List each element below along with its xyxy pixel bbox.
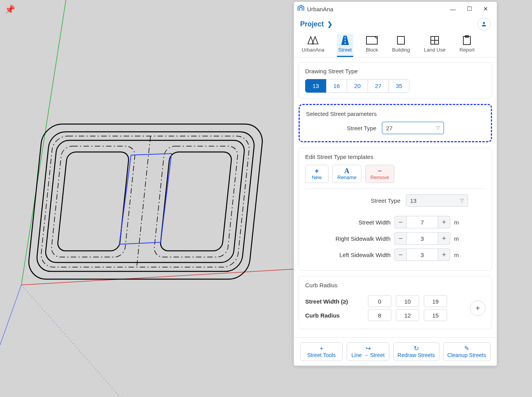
window-close-button[interactable]: ✕ [477, 2, 494, 16]
selected-street-type-select[interactable]: 27 ▽ [382, 122, 444, 134]
tab-block[interactable]: Block [364, 34, 380, 57]
card-title: Edit Street Type templates [305, 154, 485, 160]
svg-line-3 [21, 285, 120, 397]
street-width-stepper: − 7 + [394, 216, 450, 228]
tab-report[interactable]: Report [458, 34, 476, 57]
svg-rect-8 [160, 152, 232, 251]
svg-point-13 [483, 22, 485, 24]
edit-street-type-select[interactable]: 13 ▽ [406, 194, 468, 207]
report-icon [461, 35, 473, 45]
panel-footer: +Street Tools ↪Line → Street ↻Redraw Str… [294, 337, 497, 366]
tab-label: UrbanAna [302, 47, 325, 53]
block-icon [366, 35, 378, 45]
chevron-down-icon: ▽ [460, 198, 464, 203]
unit-label: m [454, 252, 459, 258]
param-label: Right Sidewalk Width [305, 235, 390, 242]
urbanana-icon [307, 35, 319, 45]
remove-template-button[interactable]: −Remove [365, 165, 394, 183]
svg-rect-31 [463, 36, 470, 45]
select-value: 27 [386, 125, 393, 131]
svg-rect-14 [345, 37, 345, 38]
tab-label: Street [339, 47, 352, 53]
chevron-down-icon: ▽ [436, 125, 440, 131]
unit-label: m [454, 235, 459, 242]
select-value: 13 [410, 197, 417, 204]
svg-rect-16 [345, 42, 345, 44]
breadcrumb-label: Project [300, 20, 324, 28]
street-type-option[interactable]: 16 [326, 79, 347, 93]
edit-street-type-card: Edit Street Type templates +New ARename … [299, 148, 492, 271]
street-type-option[interactable]: 13 [305, 79, 326, 93]
svg-rect-10 [50, 146, 136, 257]
param-label: Street Width [305, 219, 390, 226]
cleanup-streets-button[interactable]: ✎Cleanup Streets [443, 342, 491, 361]
street-tools-button[interactable]: +Street Tools [300, 342, 343, 361]
street-type-label: Street Type [347, 125, 376, 131]
stepper-value[interactable]: 3 [407, 249, 438, 261]
svg-rect-15 [345, 40, 345, 41]
tab-urbanana[interactable]: UrbanAna [300, 34, 326, 57]
redraw-streets-button[interactable]: ↻Redraw Streets [393, 342, 439, 361]
tab-landuse[interactable]: Land Use [422, 34, 447, 57]
street-icon [339, 35, 351, 45]
curb-radius-card: Curb Radius Street Width (≥) 0 10 19 Cur… [299, 276, 492, 329]
breadcrumb[interactable]: Project ❯ [300, 20, 332, 28]
street-type-option[interactable]: 35 [389, 79, 410, 93]
new-template-button[interactable]: +New [305, 165, 328, 183]
unit-label: m [454, 219, 459, 226]
svg-rect-18 [397, 36, 404, 44]
card-title: Curb Radius [305, 282, 485, 288]
tab-street[interactable]: Street [337, 34, 354, 57]
curb-width-cell[interactable]: 19 [424, 295, 447, 307]
nav-tabs: UrbanAna Street Block Building Land Use … [294, 34, 497, 57]
line-to-street-button[interactable]: ↪Line → Street [347, 342, 389, 361]
curb-radius-label: Curb Radius [305, 312, 363, 319]
increment-button[interactable]: + [438, 232, 450, 245]
tab-label: Building [392, 47, 410, 53]
street-width-threshold-label: Street Width (≥) [305, 298, 363, 305]
stepper-value[interactable]: 7 [407, 216, 438, 228]
tab-building[interactable]: Building [390, 34, 411, 57]
curb-radius-cell[interactable]: 8 [368, 309, 391, 321]
chevron-right-icon: ❯ [327, 21, 332, 28]
increment-button[interactable]: + [438, 249, 450, 261]
svg-line-2 [0, 285, 21, 345]
street-type-option[interactable]: 20 [347, 79, 368, 93]
rename-template-button[interactable]: ARename [332, 165, 361, 183]
curb-radius-cell[interactable]: 12 [396, 309, 419, 321]
svg-line-12 [137, 136, 150, 267]
stepper-value[interactable]: 3 [407, 232, 438, 245]
decrement-button[interactable]: − [394, 249, 407, 261]
edit-street-type-label: Street Type [323, 197, 401, 204]
app-title: UrbanAna [307, 6, 445, 12]
add-curb-column-button[interactable]: + [470, 300, 485, 316]
street-type-option[interactable]: 27 [368, 79, 389, 93]
curb-width-cell[interactable]: 0 [368, 295, 391, 307]
increment-button[interactable]: + [438, 216, 450, 228]
svg-rect-7 [57, 152, 130, 251]
drawing-street-type-card: Drawing Street Type 13 16 20 27 35 [299, 62, 492, 98]
card-title: Selected Street parameters [306, 110, 485, 117]
curb-width-cell[interactable]: 10 [396, 295, 419, 307]
selected-street-parameters-card: Selected Street parameters Street Type 2… [299, 104, 492, 142]
right-sidewalk-stepper: − 3 + [394, 232, 450, 245]
titlebar: UrbanAna ― ☐ ✕ [294, 2, 497, 16]
card-title: Drawing Street Type [305, 68, 485, 74]
decrement-button[interactable]: − [394, 232, 407, 245]
decrement-button[interactable]: − [394, 216, 407, 228]
svg-rect-11 [153, 146, 238, 257]
curb-radius-cell[interactable]: 15 [424, 309, 447, 321]
svg-rect-6 [45, 140, 245, 262]
user-account-button[interactable] [477, 17, 491, 31]
svg-line-0 [21, 0, 66, 285]
tab-label: Land Use [424, 47, 446, 53]
window-maximize-button[interactable]: ☐ [461, 2, 477, 16]
window-minimize-button[interactable]: ― [445, 2, 461, 16]
param-label: Left Sidewalk Width [305, 252, 390, 258]
tab-label: Block [366, 47, 378, 53]
app-logo-icon [297, 4, 305, 14]
urbanana-panel: UrbanAna ― ☐ ✕ Project ❯ UrbanAna Street… [294, 2, 497, 366]
svg-rect-9 [40, 136, 251, 267]
left-sidewalk-stepper: − 3 + [394, 249, 450, 261]
tab-label: Report [459, 47, 475, 53]
